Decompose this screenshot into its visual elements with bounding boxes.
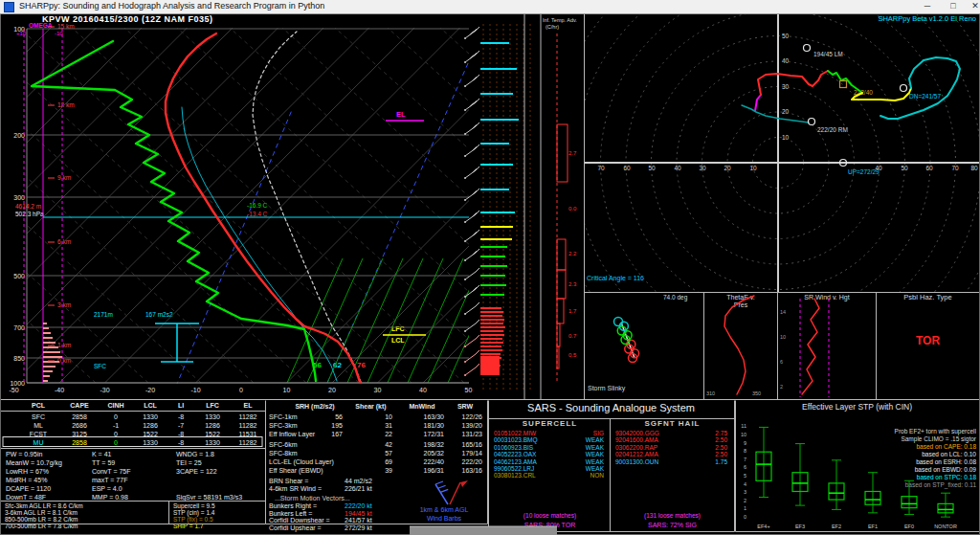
app-icon [4,2,14,12]
sharppy-window: SHARPpy: Sounding and Hodograph Analysis… [0,0,980,535]
hodograph-panel[interactable] [584,13,980,292]
agl-barb-icons [435,480,468,504]
stp-box-EF4+ [756,427,771,497]
thetae-panel[interactable] [703,292,777,399]
stp-box-EF1 [865,473,880,513]
stp-box-EF2 [829,460,844,510]
stp-box-NONTOR [938,493,953,517]
minimize-button[interactable]: ─ [917,0,938,12]
close-button[interactable]: ✕ [965,0,980,12]
maximize-button[interactable]: □ [943,0,964,12]
hazard-panel[interactable] [876,292,980,399]
skewt-panel[interactable] [0,13,584,399]
stp-boxplot [756,427,953,517]
title-bar: SHARPpy: Sounding and Hodograph Analysis… [0,0,980,14]
window-title: SHARPpy: Sounding and Hodograph Analysis… [19,1,324,11]
srwind-panel[interactable] [777,292,876,399]
stp-box-EF0 [902,480,917,514]
stp-box-EF3 [792,444,808,505]
storm-slinky-panel[interactable] [584,292,703,399]
